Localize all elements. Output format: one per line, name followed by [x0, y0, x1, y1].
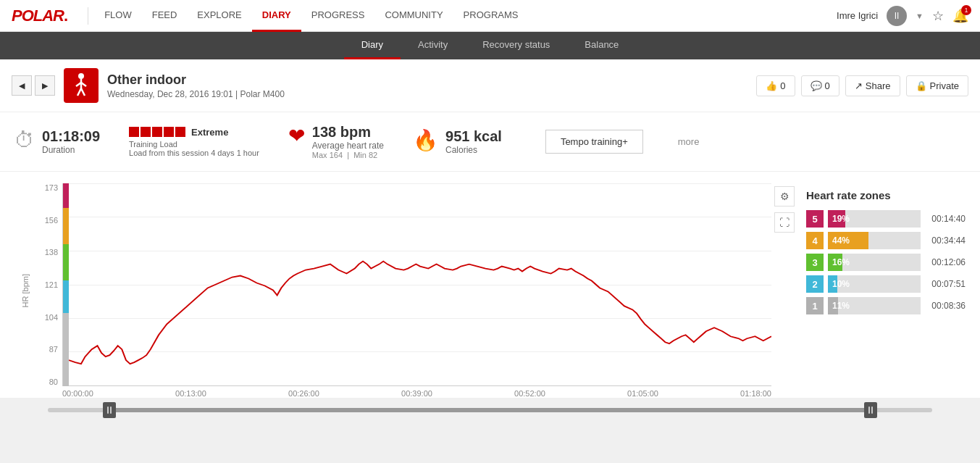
- zone-5-fill: 19%: [828, 210, 845, 228]
- comment-button[interactable]: 💬 0: [801, 75, 839, 96]
- zone-row-3: 3 16% 00:12:06: [806, 254, 966, 271]
- y-label-80: 80: [49, 378, 58, 386]
- zone-1-fill: 11%: [828, 297, 838, 314]
- zone-2-bar: 10%: [828, 275, 921, 293]
- tab-activity[interactable]: Activity: [401, 32, 465, 59]
- zone-4-fill: 44%: [828, 232, 868, 249]
- zone-2-num: 2: [806, 275, 824, 293]
- chart-inner: 173 156 138 121 104 87 80: [36, 183, 771, 398]
- y-label-138: 138: [45, 248, 58, 256]
- hr-zones-panel: Heart rate zones 5 19% 00:14:40 4 44% 00…: [806, 183, 966, 398]
- flame-icon: 🔥: [413, 128, 438, 152]
- avatar[interactable]: II: [887, 6, 907, 26]
- nav-divider: [88, 7, 88, 25]
- zone-5-num: 5: [806, 210, 824, 228]
- comment-count: 0: [825, 80, 830, 91]
- like-count: 0: [780, 80, 785, 91]
- thumb-up-icon: 👍: [766, 80, 777, 91]
- x-label-0: 00:00:00: [62, 389, 93, 398]
- zone-5-time: 00:14:40: [925, 214, 966, 224]
- x-label-6: 01:18:00: [740, 389, 771, 398]
- training-load-label: Training Load: [129, 140, 259, 149]
- calories-values: 951 kcal Calories: [445, 128, 502, 155]
- y-axis: 173 156 138 121 104 87 80: [36, 183, 62, 386]
- activity-type-icon: [64, 68, 99, 103]
- handle-right-lines: [868, 406, 873, 414]
- x-label-4: 00:52:00: [514, 389, 545, 398]
- star-icon[interactable]: ☆: [932, 8, 944, 24]
- heart-rate-stat: ❤ 138 bpm Average heart rate Max 164 | M…: [288, 124, 384, 159]
- zone-2-fill: 10%: [828, 275, 837, 293]
- stopwatch-icon: ⏱: [14, 128, 35, 152]
- prev-activity-button[interactable]: ◀: [12, 75, 32, 96]
- next-activity-button[interactable]: ▶: [35, 75, 55, 96]
- zone-row-4: 4 44% 00:34:44: [806, 232, 966, 249]
- chart-svg-area[interactable]: [62, 183, 771, 386]
- heart-rate-max: Max 164: [312, 151, 343, 159]
- nav-diary[interactable]: DIARY: [252, 0, 301, 32]
- chart-with-y: 173 156 138 121 104 87 80: [36, 183, 771, 386]
- heart-rate-min: Min 82: [353, 151, 377, 159]
- duration-stat: ⏱ 01:18:09 Duration: [14, 128, 100, 155]
- zone-1-time: 00:08:36: [925, 301, 966, 311]
- brand-logo: POLAR.: [12, 7, 67, 25]
- zone-bar-3: [63, 244, 69, 280]
- tab-diary[interactable]: Diary: [344, 32, 401, 59]
- nav-flow[interactable]: FLOW: [94, 0, 142, 32]
- y-axis-label-container: HR [bpm]: [14, 183, 36, 398]
- zone-3-time: 00:12:06: [925, 257, 966, 267]
- tl-bar-4: [164, 127, 174, 137]
- heart-rate-label: Average heart rate: [312, 141, 384, 151]
- heart-rate-value: 138 bpm: [312, 124, 384, 141]
- header-actions: 👍 0 💬 0 ↗ Share 🔒 Private: [756, 75, 968, 96]
- y-label-104: 104: [45, 313, 58, 322]
- heart-rate-values: 138 bpm Average heart rate Max 164 | Min…: [312, 124, 384, 159]
- zone-row-1: 1 11% 00:08:36: [806, 297, 966, 314]
- user-dropdown-arrow[interactable]: ▼: [916, 12, 924, 20]
- svg-point-0: [78, 73, 84, 79]
- like-button[interactable]: 👍 0: [756, 75, 795, 96]
- x-label-1: 00:13:00: [175, 389, 206, 398]
- zone-bar-5: [63, 183, 69, 208]
- scrollbar-left-handle[interactable]: [103, 402, 116, 418]
- share-button[interactable]: ↗ Share: [845, 75, 900, 96]
- x-label-2: 00:26:00: [288, 389, 319, 398]
- nav-right-section: Imre Igrici II ▼ ☆ 🔔 1: [837, 6, 968, 26]
- zone-4-time: 00:34:44: [925, 235, 966, 246]
- sub-navigation: Diary Activity Recovery status Balance: [0, 32, 980, 59]
- nav-progress[interactable]: PROGRESS: [301, 0, 375, 32]
- handle-left-lines: [107, 406, 112, 414]
- y-axis-label: HR [bpm]: [21, 274, 30, 307]
- more-link[interactable]: more: [678, 136, 700, 147]
- nav-community[interactable]: COMMUNITY: [374, 0, 453, 32]
- zone-1-num: 1: [806, 297, 824, 314]
- nav-feed[interactable]: FEED: [142, 0, 188, 32]
- scrollbar-right-handle[interactable]: [864, 402, 877, 418]
- nav-programs[interactable]: PROGRAMS: [453, 0, 529, 32]
- tab-recovery-status[interactable]: Recovery status: [465, 32, 567, 59]
- zone-bar-2: [63, 280, 69, 313]
- zone-3-num: 3: [806, 254, 824, 271]
- x-label-5: 01:05:00: [627, 389, 658, 398]
- sport-type-button[interactable]: Tempo training+: [545, 130, 643, 154]
- notification-icon[interactable]: 🔔 1: [952, 8, 968, 24]
- nav-explore[interactable]: EXPLORE: [187, 0, 251, 32]
- timeline-scrollbar[interactable]: [48, 401, 932, 420]
- lock-icon: 🔒: [916, 80, 927, 91]
- top-navigation: POLAR. FLOW FEED EXPLORE DIARY PROGRESS …: [0, 0, 980, 32]
- tl-bar-5: [175, 127, 185, 137]
- nav-links: FLOW FEED EXPLORE DIARY PROGRESS COMMUNI…: [94, 0, 528, 32]
- duration-values: 01:18:09 Duration: [42, 128, 100, 155]
- training-load-stat: Extreme Training Load Load from this ses…: [129, 127, 259, 157]
- private-button[interactable]: 🔒 Private: [906, 75, 968, 96]
- y-label-156: 156: [45, 216, 58, 225]
- tab-balance[interactable]: Balance: [567, 32, 636, 59]
- comment-icon: 💬: [811, 80, 822, 91]
- user-name: Imre Igrici: [837, 10, 878, 21]
- hr-zones-title: Heart rate zones: [806, 189, 966, 201]
- expand-button[interactable]: ⛶: [774, 212, 795, 233]
- x-axis: 00:00:00 00:13:00 00:26:00 00:39:00 00:5…: [62, 386, 771, 398]
- gear-button[interactable]: ⚙: [774, 186, 795, 207]
- activity-header: ◀ ▶ Other indoor Wednesday, Dec 28, 2016…: [0, 59, 980, 112]
- calories-label: Calories: [445, 145, 502, 155]
